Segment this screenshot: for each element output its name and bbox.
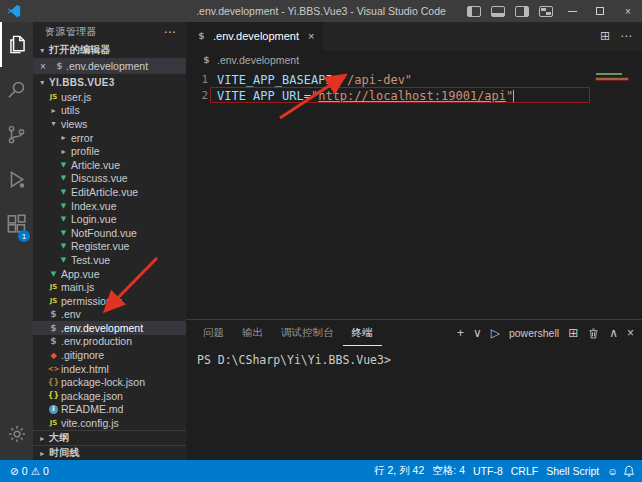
maximize-button[interactable] <box>586 0 614 22</box>
split-terminal-icon[interactable]: ⊞ <box>568 326 578 340</box>
close-panel-icon[interactable]: × <box>627 326 634 340</box>
tree-item-Test.vue[interactable]: ▼Test.vue <box>33 253 186 267</box>
more-actions-icon[interactable]: ⋯ <box>164 25 176 39</box>
vue-file-icon: ▼ <box>57 174 70 182</box>
file-name: Test.vue <box>70 254 110 266</box>
breadcrumb-item[interactable]: .env.development <box>217 54 299 66</box>
activitybar-source-control[interactable] <box>0 112 33 157</box>
toggle-panel-icon[interactable] <box>491 6 505 17</box>
launch-profile-icon[interactable]: ▷ <box>491 326 500 340</box>
editor-group: $ .env.development × ⊞ ⋯ $ .env.developm… <box>186 22 642 460</box>
tree-item-App.vue[interactable]: ▼App.vue <box>33 267 186 281</box>
tree-item-.gitignore[interactable]: ◆.gitignore <box>33 348 186 362</box>
minimize-button[interactable] <box>558 0 586 22</box>
close-button[interactable]: × <box>614 0 642 22</box>
panel-tab-终端[interactable]: 终端 <box>343 320 382 346</box>
panel-tabs: 问题输出调试控制台终端 <box>194 320 382 346</box>
close-icon: × <box>625 6 631 17</box>
open-editors-header[interactable]: ▾ 打开的编辑器 <box>33 42 186 58</box>
close-icon[interactable]: × <box>40 61 51 72</box>
timeline-header[interactable]: ▸ 时间线 <box>33 445 186 460</box>
chevron-down-icon: ▾ <box>36 46 49 55</box>
tree-item-EditArticle.vue[interactable]: ▼EditArticle.vue <box>33 185 186 199</box>
tree-item-Discuss.vue[interactable]: ▼Discuss.vue <box>33 172 186 186</box>
kill-terminal-trash-icon[interactable] <box>587 327 600 340</box>
terminal-profile-label[interactable]: powershell <box>509 327 559 339</box>
minimap[interactable] <box>596 73 630 83</box>
tree-item-Index.vue[interactable]: ▼Index.vue <box>33 199 186 213</box>
code-line-1[interactable]: 1VITE_APP_BASEAPI="/api-dev" <box>186 72 642 88</box>
vue-file-icon: ▼ <box>47 270 60 278</box>
json-file-icon: {} <box>47 391 60 400</box>
language-mode[interactable]: Shell Script <box>542 465 603 477</box>
tree-item-vite.config.js[interactable]: JSvite.config.js <box>33 416 186 430</box>
tree-item-index.html[interactable]: <>index.html <box>33 362 186 376</box>
tree-item-README.md[interactable]: iREADME.md <box>33 403 186 417</box>
tree-item-.env[interactable]: $.env <box>33 308 186 322</box>
tree-item-error[interactable]: ▸error <box>33 131 186 145</box>
activitybar-extensions[interactable]: 1 <box>0 202 33 247</box>
code-editor[interactable]: 1VITE_APP_BASEAPI="/api-dev"2VITE_APP_UR… <box>186 69 642 319</box>
file-name: user.js <box>60 91 91 103</box>
tree-item-profile[interactable]: ▸profile <box>33 144 186 158</box>
vue-file-icon: ▼ <box>57 229 70 237</box>
new-terminal-icon[interactable]: + <box>457 326 464 340</box>
tree-item-Article.vue[interactable]: ▼Article.vue <box>33 158 186 172</box>
close-tab-icon[interactable]: × <box>308 30 314 42</box>
tree-item-Register.vue[interactable]: ▼Register.vue <box>33 240 186 254</box>
panel-tab-输出[interactable]: 输出 <box>233 320 272 346</box>
tree-item-.env.production[interactable]: $.env.production <box>33 335 186 349</box>
minimap-line-2 <box>596 78 628 80</box>
encoding[interactable]: UTF-8 <box>469 465 507 477</box>
open-editor-item[interactable]: × $ .env.development <box>33 58 186 74</box>
tree-item-main.js[interactable]: JSmain.js <box>33 280 186 294</box>
json-lock-file-icon: {} <box>47 378 60 387</box>
outline-header[interactable]: ▸ 大纲 <box>33 430 186 445</box>
line-number: 2 <box>186 88 208 104</box>
eol[interactable]: CRLF <box>507 465 542 477</box>
tree-item-Login.vue[interactable]: ▼Login.vue <box>33 212 186 226</box>
activitybar-run-debug[interactable] <box>0 157 33 202</box>
customize-layout-icon[interactable] <box>539 6 553 17</box>
tree-item-.env.development[interactable]: $.env.development <box>33 321 186 335</box>
warning-icon: ⚠ <box>31 465 40 477</box>
tree-item-user.js[interactable]: JSuser.js <box>33 90 186 104</box>
tree-item-NotFound.vue[interactable]: ▼NotFound.vue <box>33 226 186 240</box>
search-icon <box>6 79 27 100</box>
file-name: package.json <box>60 390 123 402</box>
cursor-position[interactable]: 行 2, 列 42 <box>370 464 428 478</box>
split-editor-icon[interactable]: ⊞ <box>600 29 610 43</box>
activitybar-explorer[interactable] <box>0 22 33 67</box>
warning-count: 0 <box>43 465 49 477</box>
activitybar-search[interactable] <box>0 67 33 112</box>
more-actions-icon[interactable]: ⋯ <box>620 29 632 43</box>
vue-file-icon: ▼ <box>57 202 70 210</box>
activitybar-settings[interactable] <box>0 411 33 456</box>
maximize-panel-icon[interactable]: ∧ <box>609 326 618 340</box>
project-header[interactable]: ▾ YI.BBS.VUE3 <box>33 74 186 90</box>
terminal[interactable]: PS D:\CSharp\Yi\Yi.BBS.Vue3> <box>186 346 642 460</box>
file-name: .env.production <box>60 335 132 347</box>
tree-item-views[interactable]: ▾views <box>33 117 186 131</box>
breadcrumb[interactable]: $ .env.development <box>186 50 642 69</box>
file-name: .gitignore <box>60 349 104 361</box>
chevron-down-icon[interactable]: ∨ <box>473 326 482 340</box>
toggle-secondary-sidebar-icon[interactable] <box>515 6 529 17</box>
tree-item-package.json[interactable]: {}package.json <box>33 389 186 403</box>
indentation[interactable]: 空格: 4 <box>428 464 469 478</box>
file-name: main.js <box>60 281 94 293</box>
tab-env-development[interactable]: $ .env.development × <box>186 22 323 50</box>
panel-tab-问题[interactable]: 问题 <box>194 320 233 346</box>
error-count: 0 <box>22 465 28 477</box>
code-line-2[interactable]: 2VITE_APP_URL="http://localhost:19001/ap… <box>186 88 642 104</box>
toggle-sidebar-icon[interactable] <box>467 6 481 17</box>
minimap-line-1 <box>596 73 622 75</box>
tree-item-utils[interactable]: ▸utils <box>33 104 186 118</box>
tree-item-permission.js[interactable]: JSpermission.js <box>33 294 186 308</box>
notifications-bell-icon[interactable] <box>622 464 636 478</box>
tree-item-package-lock.json[interactable]: {}package-lock.json <box>33 375 186 389</box>
chevron-down-icon: ▾ <box>47 119 60 128</box>
panel-tab-调试控制台[interactable]: 调试控制台 <box>272 320 343 346</box>
problems-indicator[interactable]: ⊘ 0 ⚠ 0 <box>6 465 53 477</box>
feedback[interactable]: ☺ <box>603 465 622 477</box>
